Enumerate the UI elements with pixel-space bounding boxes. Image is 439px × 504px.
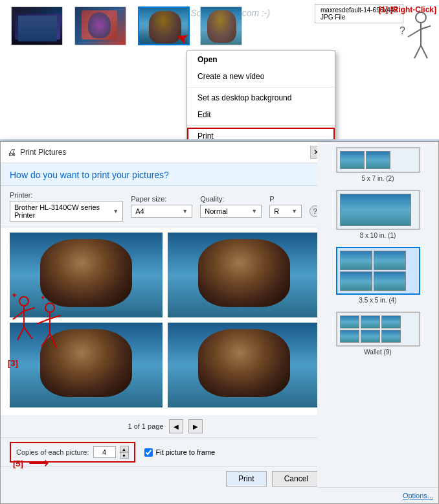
quality-label: Quality: bbox=[200, 195, 262, 203]
printer-icon: 🖨 bbox=[7, 147, 16, 157]
quality-control-group: Quality: Normal ▼ bbox=[200, 195, 262, 218]
svg-line-12 bbox=[24, 327, 32, 339]
paper-select[interactable]: A4 ▼ bbox=[131, 205, 192, 218]
copies-input[interactable] bbox=[93, 446, 116, 458]
options-link[interactable]: Options... bbox=[317, 487, 438, 503]
dialog-titlebar: 🖨 Print Pictures ✕ bbox=[1, 142, 330, 163]
copies-up-button[interactable]: ▲ bbox=[120, 446, 129, 452]
size-mini-3x5-3 bbox=[340, 271, 372, 291]
printer-select[interactable]: Brother HL-3140CW series Printer ▼ bbox=[10, 201, 123, 222]
printer-select-arrow: ▼ bbox=[113, 208, 118, 214]
context-menu-new-video[interactable]: Create a new video bbox=[187, 68, 335, 85]
paper-select-arrow: ▼ bbox=[182, 208, 188, 214]
copies-down-button[interactable]: ▼ bbox=[120, 452, 129, 459]
size-mini-3x5-1 bbox=[340, 251, 372, 270]
size-thumb-8x10 bbox=[336, 190, 420, 230]
annotation-1: [1] [Right-Click] bbox=[379, 5, 436, 14]
annotation-5-arrow: ⟶ bbox=[28, 455, 49, 472]
printer-label: Printer: bbox=[10, 191, 123, 199]
deco-figure-top: ? bbox=[398, 10, 434, 70]
annotation-3-area: ✦ ✦ [3] bbox=[8, 288, 73, 368]
size-thumb-5x7 bbox=[336, 147, 420, 173]
dialog-title: Print Pictures bbox=[20, 148, 66, 157]
svg-line-15 bbox=[37, 319, 50, 324]
size-option-5x7[interactable]: 5 x 7 in. (2) bbox=[322, 147, 433, 182]
size-label-8x10: 8 x 10 in. (1) bbox=[360, 232, 396, 239]
size-options-list: 5 x 7 in. (2) 8 x 10 in. (1) 3.5 x 5 bbox=[317, 142, 438, 487]
svg-text:✦: ✦ bbox=[11, 291, 17, 300]
size-label-3x5: 3.5 x 5 in. (4) bbox=[359, 297, 396, 304]
size-mini-3x5-4 bbox=[374, 271, 406, 291]
preview-image-4 bbox=[168, 323, 321, 407]
dialog-controls: Printer: Brother HL-3140CW series Printe… bbox=[1, 186, 330, 227]
extra-control-group: P R ▼ bbox=[269, 195, 302, 218]
copies-spinner: ▲ ▼ bbox=[120, 446, 129, 459]
svg-line-18 bbox=[50, 334, 56, 348]
svg-text:?: ? bbox=[400, 25, 405, 36]
fit-checkbox-group[interactable]: Fit picture to frame bbox=[144, 448, 216, 457]
extra-select[interactable]: R ▼ bbox=[269, 205, 302, 218]
size-mini-8x10 bbox=[340, 194, 411, 226]
fit-checkbox[interactable] bbox=[144, 448, 153, 457]
file-explorer: www.SoftwareOK.com :-) maxresdefault-14-… bbox=[0, 0, 439, 139]
size-thumb-wallet bbox=[336, 312, 420, 347]
svg-point-13 bbox=[45, 303, 54, 312]
page-navigation: 1 of 1 page ◀ ▶ bbox=[1, 415, 330, 437]
thumb-image-2 bbox=[74, 6, 126, 45]
context-menu: Open Create a new video Set as desktop b… bbox=[186, 51, 335, 139]
paper-label: Paper size: bbox=[131, 195, 192, 203]
cancel-button-label: Cancel bbox=[284, 474, 308, 483]
preview-image-2 bbox=[168, 233, 321, 317]
annotation-5-label: [5] bbox=[13, 459, 23, 468]
page-info: 1 of 1 page bbox=[128, 422, 163, 430]
context-menu-edit[interactable]: Edit bbox=[187, 106, 335, 123]
thumb-image-4 bbox=[200, 6, 242, 45]
print-button-label: Print bbox=[238, 474, 254, 483]
size-option-wallet[interactable]: Wallet (9) bbox=[322, 312, 433, 356]
size-option-8x10[interactable]: 8 x 10 in. (1) bbox=[322, 190, 433, 239]
svg-line-9 bbox=[13, 311, 24, 319]
size-option-3x5[interactable]: 3.5 x 5 in. (4) bbox=[322, 247, 433, 304]
next-page-button[interactable]: ▶ bbox=[188, 419, 203, 433]
quality-select[interactable]: Normal ▼ bbox=[200, 205, 262, 218]
dialog-bottom-controls: Copies of each picture: ▲ ▼ Fit picture … bbox=[1, 437, 330, 466]
annotation-5-area: [5] ⟶ bbox=[13, 455, 49, 472]
extra-label: P bbox=[269, 195, 302, 203]
dialog-question: How do you want to print your pictures? bbox=[1, 163, 330, 186]
svg-line-4 bbox=[414, 45, 421, 58]
context-menu-desktop-bg[interactable]: Set as desktop background bbox=[187, 89, 335, 106]
svg-line-10 bbox=[24, 308, 35, 311]
context-menu-open[interactable]: Open bbox=[187, 51, 335, 68]
size-mini-3x5-2 bbox=[374, 251, 406, 270]
svg-point-7 bbox=[19, 297, 28, 306]
size-mini-1 bbox=[340, 151, 365, 169]
print-button[interactable]: Print bbox=[226, 471, 267, 487]
print-right-panel: 5 x 7 in. (2) 8 x 10 in. (1) 3.5 x 5 bbox=[317, 141, 439, 504]
svg-line-2 bbox=[408, 29, 421, 37]
thumb-image-1 bbox=[11, 6, 63, 45]
quality-select-arrow: ▼ bbox=[251, 208, 257, 214]
svg-line-5 bbox=[421, 45, 427, 58]
size-label-wallet: Wallet (9) bbox=[364, 349, 391, 356]
dialog-action-row: Print Cancel bbox=[1, 466, 330, 490]
paper-control-group: Paper size: A4 ▼ bbox=[131, 195, 192, 218]
fit-label: Fit picture to frame bbox=[156, 448, 216, 456]
prev-page-button[interactable]: ◀ bbox=[169, 419, 183, 433]
size-label-5x7: 5 x 7 in. (2) bbox=[361, 175, 394, 182]
file-thumb-4[interactable] bbox=[198, 6, 243, 45]
svg-text:✦: ✦ bbox=[40, 294, 45, 301]
svg-line-16 bbox=[50, 315, 61, 319]
cancel-button[interactable]: Cancel bbox=[272, 471, 321, 487]
size-mini-2 bbox=[366, 151, 390, 169]
annotation-3-label: [3] bbox=[8, 358, 73, 368]
printer-control-group: Printer: Brother HL-3140CW series Printe… bbox=[10, 191, 123, 222]
svg-line-17 bbox=[41, 334, 50, 347]
context-menu-print[interactable]: Print bbox=[187, 128, 335, 139]
svg-line-3 bbox=[421, 26, 431, 29]
svg-line-11 bbox=[17, 327, 24, 340]
size-thumb-3x5 bbox=[336, 247, 420, 295]
